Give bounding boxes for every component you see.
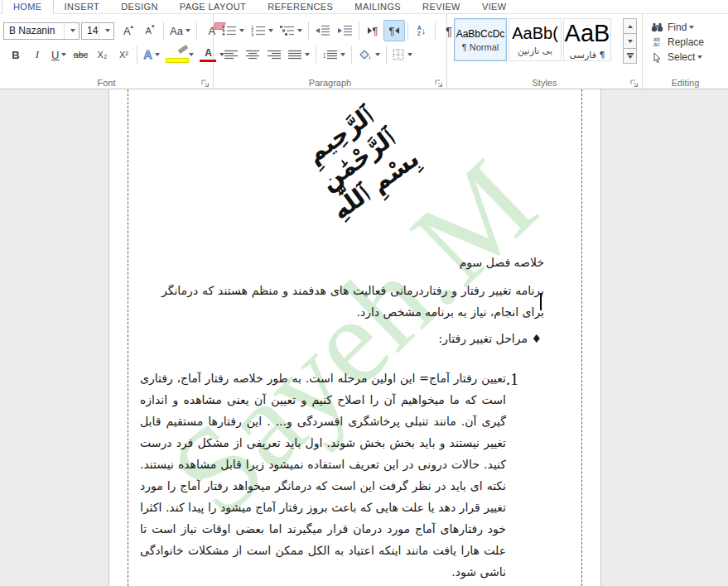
style-name: بی نازنین: [518, 46, 552, 56]
superscript-button[interactable]: X²: [113, 44, 134, 65]
chevron-down-icon[interactable]: [99, 23, 113, 39]
multilevel-list-icon: [280, 25, 295, 36]
chevron-down-icon[interactable]: [64, 23, 79, 39]
binoculars-icon: [649, 22, 664, 32]
styles-scroll-up-button[interactable]: [623, 18, 637, 34]
list-number: .1: [506, 367, 536, 583]
bullets-button[interactable]: [219, 20, 248, 41]
tab-design[interactable]: DESIGN: [110, 0, 169, 13]
font-size-combo[interactable]: 14: [81, 22, 114, 40]
down-arrow-icon: ▾: [152, 23, 155, 30]
italic-button[interactable]: I: [27, 44, 48, 65]
borders-button[interactable]: [389, 44, 416, 65]
font-name-value: B Nazanin: [9, 25, 55, 36]
document-page[interactable]: Sayeh.M ٱلرَّحِيمِ ٱلرَّحْمَٰنِ بِسْمِ ٱ…: [108, 89, 601, 586]
diamond-bullet-icon: ♦: [531, 332, 542, 345]
down-arrow-icon: [628, 40, 633, 43]
ribbon-tab-bar: HOME INSERT DESIGN PAGE LAYOUT REFERENCE…: [0, 0, 728, 14]
decrease-indent-button[interactable]: [311, 20, 334, 41]
line-spacing-button[interactable]: ↕: [319, 44, 349, 65]
more-bar-icon: [627, 53, 634, 55]
pilcrow-icon: ¶: [373, 25, 378, 37]
font-size-value: 14: [87, 25, 98, 36]
numbering-button[interactable]: 123: [248, 20, 277, 41]
numbered-list: .1 تعیین رفتار آماج= این اولین مرحله است…: [135, 367, 536, 586]
paragraph-group-label: Paragraph: [214, 78, 446, 88]
ltr-direction-button[interactable]: ¶: [362, 20, 383, 41]
chevron-down-icon: [689, 26, 694, 29]
bullet-list-icon: [222, 25, 237, 36]
rtl-direction-button[interactable]: ¶: [383, 20, 405, 41]
highlight-color-button[interactable]: [163, 44, 191, 65]
tab-view[interactable]: VIEW: [471, 0, 518, 13]
tab-references[interactable]: REFERENCES: [257, 0, 344, 13]
style-normal[interactable]: AaBbCcDc ¶ Normal: [454, 18, 507, 61]
change-case-button[interactable]: Aa: [166, 20, 194, 41]
align-center-icon: [246, 50, 260, 60]
document-content[interactable]: ٱلرَّحِيمِ ٱلرَّحْمَٰنِ بِسْمِ ٱللَّهِ خ…: [128, 89, 581, 586]
chapter-heading[interactable]: خلاصه فصل سوم: [128, 252, 544, 273]
paragraph-group: 123: [214, 14, 447, 89]
tab-review[interactable]: REVIEW: [412, 0, 471, 13]
stages-line[interactable]: ♦ مراحل تغییر رفتار:: [128, 328, 542, 349]
font-group-label: Font: [0, 78, 213, 88]
underline-button[interactable]: U: [48, 44, 70, 65]
find-button[interactable]: Find: [643, 20, 728, 35]
borders-grid-icon: [393, 49, 405, 60]
list-item-text[interactable]: تعیین رفتار آماج= این اولین مرحله است. ب…: [140, 367, 506, 583]
ltr-arrow-icon: [368, 27, 372, 34]
shading-button[interactable]: [354, 44, 383, 65]
style-name: ¶ Normal: [462, 42, 499, 52]
up-arrow-icon: ▴: [131, 23, 134, 30]
justify-icon: [288, 50, 302, 60]
align-center-button[interactable]: [242, 44, 263, 65]
subscript-button[interactable]: X₂: [91, 44, 113, 65]
bold-button[interactable]: B: [5, 44, 27, 65]
font-dialog-launcher[interactable]: [200, 77, 210, 87]
replace-button[interactable]: abac Replace: [643, 35, 728, 50]
increase-indent-button[interactable]: [334, 20, 356, 41]
text-effects-icon: A: [143, 48, 152, 61]
pilcrow-icon: ¶: [389, 25, 395, 37]
paragraph-dialog-launcher[interactable]: [434, 77, 444, 87]
list-item[interactable]: .1 تعیین رفتار آماج= این اولین مرحله است…: [135, 367, 536, 583]
tab-home[interactable]: HOME: [2, 0, 54, 14]
intro-paragraph[interactable]: برنامه تغییر رفتار و رفتاردرمانی فعالیت …: [162, 280, 544, 323]
rtl-arrow-icon: [395, 27, 399, 34]
multilevel-list-button[interactable]: [277, 20, 306, 41]
select-button[interactable]: Select: [643, 50, 728, 65]
bismillah-calligraphy[interactable]: ٱلرَّحِيمِ ٱلرَّحْمَٰنِ بِسْمِ ٱللَّهِ: [128, 89, 581, 252]
justify-button[interactable]: [285, 44, 313, 65]
font-color-icon: A: [205, 47, 212, 59]
grow-font-button[interactable]: A ▴: [118, 20, 139, 41]
chevron-down-icon: [697, 55, 702, 59]
font-name-combo[interactable]: B Nazanin: [3, 22, 80, 40]
tab-mailings[interactable]: MAILINGS: [344, 0, 412, 13]
styles-scroll-down-button[interactable]: [623, 33, 637, 49]
style-bi-nazanin[interactable]: AaBb( بی نازنین: [509, 18, 562, 61]
style-farsi[interactable]: AaB ¶ فارسی: [563, 18, 611, 61]
strikethrough-button[interactable]: abc: [70, 44, 91, 65]
styles-more-button[interactable]: [623, 48, 637, 64]
grow-font-icon: A: [123, 25, 131, 37]
svg-text:3: 3: [251, 32, 253, 37]
find-label: Find: [668, 22, 687, 33]
tab-page-layout[interactable]: PAGE LAYOUT: [169, 0, 257, 13]
sort-button[interactable]: A Z ↓: [411, 20, 432, 41]
increase-indent-icon: [337, 25, 353, 36]
style-preview: AaBbCcDc: [456, 28, 505, 40]
style-name: ¶ فارسی: [570, 50, 605, 60]
numbered-list-icon: 123: [251, 25, 266, 36]
tab-insert[interactable]: INSERT: [54, 0, 111, 13]
align-left-button[interactable]: [220, 44, 242, 65]
text-effects-button[interactable]: A: [140, 44, 162, 65]
shrink-font-button[interactable]: A ▾: [139, 20, 161, 41]
styles-dialog-launcher[interactable]: [629, 77, 639, 87]
styles-group: AaBbCcDc ¶ Normal AaBb( بی نازنین AaB ¶ …: [447, 14, 643, 89]
editing-group: Find abac Replace Select Editin: [643, 14, 728, 89]
align-left-icon: [224, 50, 239, 60]
shrink-font-icon: A: [146, 26, 152, 36]
ribbon: HOME INSERT DESIGN PAGE LAYOUT REFERENCE…: [0, 0, 728, 89]
stages-label: مراحل تغییر رفتار:: [438, 332, 528, 345]
align-right-button[interactable]: [263, 44, 285, 65]
